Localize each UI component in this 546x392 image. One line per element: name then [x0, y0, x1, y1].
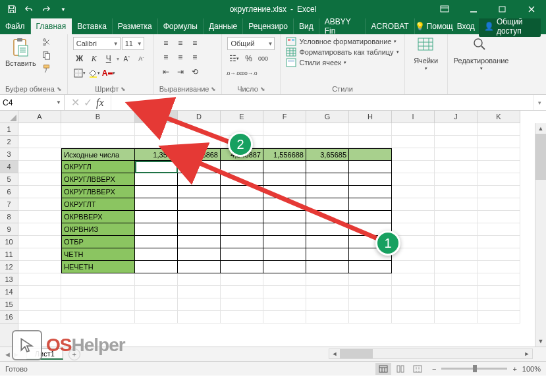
cells-button[interactable]: Ячейки ▾	[410, 37, 442, 71]
cell-J15[interactable]	[435, 298, 478, 311]
cell-A8[interactable]	[18, 211, 61, 223]
cell-B12[interactable]: НЕЧЕТН	[61, 261, 135, 273]
cell-H9[interactable]	[349, 223, 392, 236]
cell-D6[interactable]	[178, 186, 221, 198]
col-header-F[interactable]: F	[263, 111, 306, 123]
redo-icon[interactable]	[38, 1, 54, 17]
row-header-3[interactable]: 3	[0, 148, 18, 161]
fx-icon[interactable]: fx	[96, 97, 104, 109]
cell-D4[interactable]	[178, 161, 221, 173]
cell-F4[interactable]	[263, 161, 306, 173]
editing-button[interactable]: Редактирование ▾	[453, 37, 510, 71]
row-header-6[interactable]: 6	[0, 186, 18, 198]
cell-J10[interactable]	[435, 236, 478, 248]
increase-indent-icon[interactable]: ⇥	[174, 66, 187, 78]
cell-F7[interactable]	[263, 198, 306, 211]
tab-acrobat[interactable]: ACROBAT	[366, 18, 414, 34]
tab-home[interactable]: Главная	[31, 18, 72, 34]
cell-F2[interactable]	[263, 136, 306, 148]
cell-G5[interactable]	[306, 173, 349, 186]
cell-J3[interactable]	[435, 148, 478, 161]
cell-I1[interactable]	[392, 123, 435, 136]
cell-K14[interactable]	[478, 286, 520, 298]
cell-F9[interactable]	[263, 223, 306, 236]
cell-K3[interactable]	[478, 148, 520, 161]
minimize-icon[interactable]	[459, 0, 488, 18]
cell-G9[interactable]	[306, 223, 349, 236]
cell-F14[interactable]	[263, 286, 306, 298]
tab-layout[interactable]: Разметка	[113, 18, 158, 34]
decrease-indent-icon[interactable]: ⇤	[159, 66, 173, 78]
cell-D3[interactable]: 2,156868	[178, 148, 221, 161]
cell-B4[interactable]: ОКРУГЛ	[61, 161, 135, 173]
copy-icon[interactable]	[40, 50, 53, 61]
cell-E13[interactable]	[221, 273, 263, 286]
cells-area[interactable]: Исходные числа1,35482,1568684,5468871,55…	[18, 123, 546, 323]
cell-G8[interactable]	[306, 211, 349, 223]
zoom-in-icon[interactable]: +	[512, 365, 516, 373]
row-header-10[interactable]: 10	[0, 236, 18, 248]
row-header-2[interactable]: 2	[0, 136, 18, 148]
cell-E12[interactable]	[221, 261, 263, 273]
cell-E5[interactable]	[221, 173, 263, 186]
cell-E3[interactable]: 4,546887	[221, 148, 263, 161]
close-icon[interactable]	[517, 0, 546, 18]
cell-I15[interactable]	[392, 298, 435, 311]
tab-formulas[interactable]: Формулы	[158, 18, 204, 34]
cell-C9[interactable]	[135, 223, 178, 236]
cell-A12[interactable]	[18, 261, 61, 273]
col-header-K[interactable]: K	[478, 111, 520, 123]
cell-I6[interactable]	[392, 186, 435, 198]
zoom-level[interactable]: 100%	[522, 365, 541, 373]
cell-G7[interactable]	[306, 198, 349, 211]
cell-D8[interactable]	[178, 211, 221, 223]
cell-I2[interactable]	[392, 136, 435, 148]
cell-E1[interactable]	[221, 123, 263, 136]
align-top-icon[interactable]: ≡	[159, 37, 173, 49]
save-icon[interactable]	[4, 1, 20, 17]
cell-H12[interactable]	[349, 261, 392, 273]
cell-B7[interactable]: ОКРУГЛТ	[61, 198, 135, 211]
col-header-G[interactable]: G	[306, 111, 349, 123]
zoom-out-icon[interactable]: −	[432, 365, 436, 373]
cell-H6[interactable]	[349, 186, 392, 198]
cell-B3[interactable]: Исходные числа	[61, 148, 135, 161]
cell-J11[interactable]	[435, 248, 478, 261]
cell-H16[interactable]	[349, 311, 392, 323]
row-header-1[interactable]: 1	[0, 123, 18, 136]
col-header-E[interactable]: E	[221, 111, 263, 123]
cell-C6[interactable]	[135, 186, 178, 198]
comma-icon[interactable]: 000	[256, 53, 269, 65]
cell-H7[interactable]	[349, 198, 392, 211]
cell-E6[interactable]	[221, 186, 263, 198]
cell-J14[interactable]	[435, 286, 478, 298]
cell-F16[interactable]	[263, 311, 306, 323]
cell-F6[interactable]	[263, 186, 306, 198]
tab-file[interactable]: Файл	[0, 18, 31, 34]
fill-color-icon[interactable]: ▾	[88, 67, 101, 79]
cell-I4[interactable]	[392, 161, 435, 173]
name-box[interactable]: C4▼	[0, 95, 65, 110]
cell-I9[interactable]	[392, 223, 435, 236]
cell-J7[interactable]	[435, 198, 478, 211]
cell-I11[interactable]	[392, 248, 435, 261]
cell-F15[interactable]	[263, 298, 306, 311]
row-header-7[interactable]: 7	[0, 198, 18, 211]
cell-H5[interactable]	[349, 173, 392, 186]
cell-A14[interactable]	[18, 286, 61, 298]
cell-H11[interactable]	[349, 248, 392, 261]
col-header-C[interactable]: C	[135, 111, 178, 123]
cell-B11[interactable]: ЧЕТН	[61, 248, 135, 261]
align-center-icon[interactable]: ≡	[174, 51, 187, 63]
row-headers[interactable]: 12345678910111213141516	[0, 123, 18, 347]
undo-icon[interactable]	[21, 1, 37, 17]
cell-I7[interactable]	[392, 198, 435, 211]
row-header-16[interactable]: 16	[0, 311, 18, 323]
orientation-icon[interactable]: ⟲	[188, 66, 202, 78]
row-header-11[interactable]: 11	[0, 248, 18, 261]
cell-G4[interactable]	[306, 161, 349, 173]
align-right-icon[interactable]: ≡	[188, 51, 202, 63]
cell-I10[interactable]	[392, 236, 435, 248]
col-header-D[interactable]: D	[178, 111, 221, 123]
paste-button[interactable]: Вставить	[5, 37, 36, 67]
